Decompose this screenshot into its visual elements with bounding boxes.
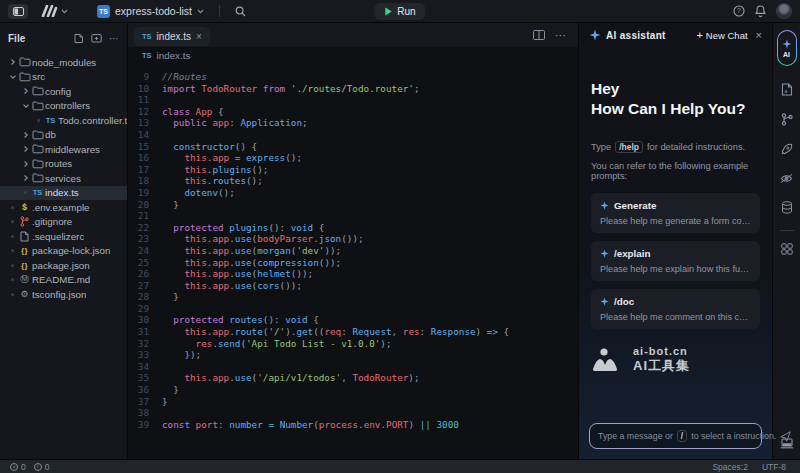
code-line[interactable]: 17 this.plugins(); xyxy=(128,164,578,176)
tree-item--gitignore[interactable]: .gitignore xyxy=(0,215,127,230)
ai-message-input[interactable]: Type a message or / to select a instruct… xyxy=(589,423,762,449)
main-area: File ⋯ node_modulessrcconfigcontrolle xyxy=(0,23,800,459)
new-chat-button[interactable]: + New Chat xyxy=(696,29,747,41)
prompt-card-explain[interactable]: /explainPlease help me explain how this … xyxy=(591,241,760,281)
tree-item-label: src xyxy=(32,71,45,82)
errors-indicator[interactable]: × 0 xyxy=(10,462,26,472)
tree-item-services[interactable]: services xyxy=(0,171,127,186)
code-line[interactable]: 26 this.app.use(helmet()); xyxy=(128,268,578,280)
code-line[interactable]: 25 this.app.use(compression()); xyxy=(128,257,578,269)
tab-close-icon[interactable]: × xyxy=(196,31,202,42)
tab-index-ts[interactable]: TS index.ts × xyxy=(134,27,210,46)
code-line[interactable]: 21 xyxy=(128,210,578,222)
code-line[interactable]: 37} xyxy=(128,396,578,408)
notifications-button[interactable] xyxy=(755,5,766,17)
tree-item-db[interactable]: db xyxy=(0,128,127,143)
code-line[interactable]: 11 xyxy=(128,94,578,106)
tree-item-config[interactable]: config xyxy=(0,84,127,99)
tree-item-label: .gitignore xyxy=(32,216,72,227)
line-number: 24 xyxy=(128,245,162,257)
tree-item-package-json[interactable]: {}package.json xyxy=(0,258,127,273)
user-avatar[interactable] xyxy=(776,3,792,19)
code-line[interactable]: 18 this.routes(); xyxy=(128,175,578,187)
tree-item-node-modules[interactable]: node_modules xyxy=(0,55,127,70)
code-line[interactable]: 16 this.app = express(); xyxy=(128,152,578,164)
line-number: 21 xyxy=(128,210,162,222)
rail-git-button[interactable] xyxy=(781,113,793,126)
code-line[interactable]: 39const port: number = Number(process.en… xyxy=(128,419,578,431)
warnings-indicator[interactable]: ! 0 xyxy=(34,462,50,472)
new-folder-button[interactable] xyxy=(91,33,102,43)
app-logo[interactable] xyxy=(41,5,68,17)
code-line[interactable]: 24 this.app.use(morgan('dev')); xyxy=(128,245,578,257)
code-text: protected routes(): void { xyxy=(162,314,319,326)
editor-tab-bar: TS index.ts × ⋯ xyxy=(128,23,578,47)
code-line[interactable]: 22 protected plugins(): void { xyxy=(128,222,578,234)
code-line[interactable]: 34 xyxy=(128,361,578,373)
help-button[interactable]: ? xyxy=(733,5,745,17)
breadcrumb[interactable]: TS index.ts xyxy=(128,47,578,64)
rail-docs-button[interactable]: a xyxy=(781,83,793,96)
prompt-card-doc[interactable]: /docPlease help me comment on this code. xyxy=(591,289,760,329)
tree-item-readme-md[interactable]: ⓂREADME.md xyxy=(0,273,127,288)
code-line[interactable]: 33 }); xyxy=(128,349,578,361)
tree-item-label: db xyxy=(45,129,56,140)
code-editor[interactable]: 9//Routes10import TodoRouter from './rou… xyxy=(128,64,578,459)
rail-preview-button[interactable] xyxy=(780,173,793,184)
tree-item-package-lock-json[interactable]: {}package-lock.json xyxy=(0,244,127,259)
code-line[interactable]: 30 protected routes(): void { xyxy=(128,314,578,326)
rail-apps-button[interactable] xyxy=(781,243,793,255)
editor-more-button[interactable]: ⋯ xyxy=(555,29,566,42)
code-line[interactable]: 35 this.app.use('/api/v1/todos', TodoRou… xyxy=(128,372,578,384)
code-text: this.app.use(helmet()); xyxy=(162,268,313,280)
code-line[interactable]: 27 this.app.use(cors()); xyxy=(128,280,578,292)
tree-item-controllers[interactable]: controllers xyxy=(0,99,127,114)
file-explorer-header: File ⋯ xyxy=(0,27,127,49)
code-line[interactable]: 19 dotenv(); xyxy=(128,187,578,199)
split-editor-button[interactable] xyxy=(533,30,545,40)
code-line[interactable]: 31 this.app.route('/').get((req: Request… xyxy=(128,326,578,338)
tree-item-todo-controller-ts[interactable]: TSTodo.controller.ts xyxy=(0,113,127,128)
run-button[interactable]: Run xyxy=(374,3,425,20)
code-line[interactable]: 28 } xyxy=(128,291,578,303)
send-button[interactable] xyxy=(780,431,791,442)
file-status-dot xyxy=(11,264,14,267)
code-text: this.routes(); xyxy=(162,175,263,187)
code-line[interactable]: 14 xyxy=(128,129,578,141)
search-button[interactable] xyxy=(235,6,246,17)
code-line[interactable]: 29 xyxy=(128,303,578,315)
tree-item-middlewares[interactable]: middlewares xyxy=(0,142,127,157)
explorer-more-button[interactable]: ⋯ xyxy=(109,33,119,44)
tree-item-tsconfig-json[interactable]: ⚙tsconfig.json xyxy=(0,287,127,302)
greeting-line-1: Hey xyxy=(591,79,760,99)
encoding-setting[interactable]: UTF-8 xyxy=(762,462,786,472)
code-line[interactable]: 15 constructor() { xyxy=(128,141,578,153)
code-line[interactable]: 20 } xyxy=(128,199,578,211)
apps-grid-icon xyxy=(781,243,793,255)
code-line[interactable]: 23 this.app.use(bodyParser.json()); xyxy=(128,233,578,245)
tree-item-src[interactable]: src xyxy=(0,70,127,85)
project-switcher[interactable]: TS express-todo-list xyxy=(97,5,204,18)
code-line[interactable]: 38 xyxy=(128,407,578,419)
rail-ai-button[interactable]: AI xyxy=(777,30,797,66)
code-line[interactable]: 12class App { xyxy=(128,106,578,118)
sidebar-toggle-button[interactable] xyxy=(8,4,28,19)
send-icon xyxy=(780,431,791,442)
rail-deploy-button[interactable] xyxy=(780,143,793,156)
code-line[interactable]: 9//Routes xyxy=(128,71,578,83)
ai-panel-close-icon[interactable]: × xyxy=(756,29,762,41)
indentation-setting[interactable]: Spaces:2 xyxy=(712,462,747,472)
file-tree: node_modulessrcconfigcontrollersTSTodo.c… xyxy=(0,55,127,302)
tree-item--sequelizerc[interactable]: .sequelizerc xyxy=(0,229,127,244)
new-file-button[interactable] xyxy=(74,33,84,44)
rail-database-button[interactable] xyxy=(781,201,793,214)
code-line[interactable]: 13 public app: Application; xyxy=(128,117,578,129)
code-line[interactable]: 36 } xyxy=(128,384,578,396)
tree-item--env-example[interactable]: $.env.example xyxy=(0,200,127,215)
prompt-description: Please help me comment on this code. xyxy=(600,312,751,322)
prompt-card-generate[interactable]: GeneratePlease help me generate a form c… xyxy=(591,193,760,233)
code-line[interactable]: 32 res.send('Api Todo List - v1.0.0'); xyxy=(128,338,578,350)
tree-item-index-ts[interactable]: TSindex.ts xyxy=(0,186,127,201)
tree-item-routes[interactable]: routes xyxy=(0,157,127,172)
code-line[interactable]: 10import TodoRouter from './routes/Todo.… xyxy=(128,83,578,95)
